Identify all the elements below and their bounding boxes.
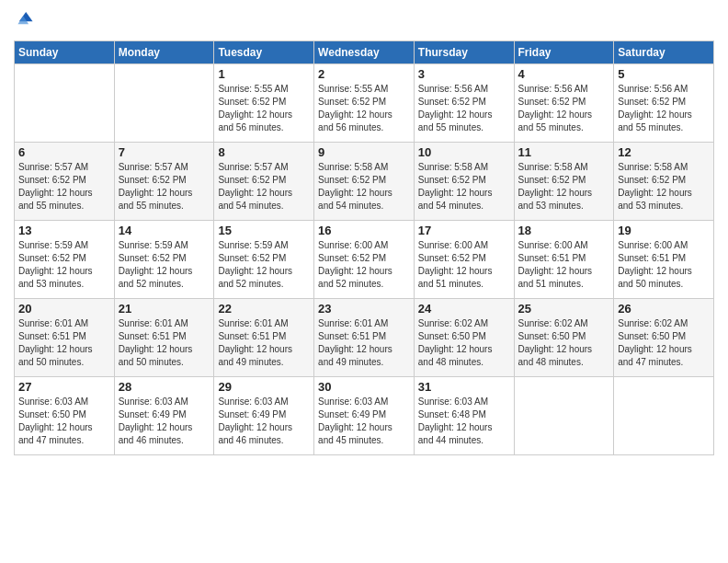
day-detail: Sunrise: 6:03 AM Sunset: 6:48 PM Dayligh…	[418, 396, 510, 447]
day-number: 18	[518, 224, 610, 237]
day-detail: Sunrise: 5:56 AM Sunset: 6:52 PM Dayligh…	[618, 83, 710, 134]
day-number: 30	[318, 380, 410, 394]
day-detail: Sunrise: 6:00 AM Sunset: 6:52 PM Dayligh…	[318, 239, 410, 291]
day-detail: Sunrise: 5:56 AM Sunset: 6:52 PM Dayligh…	[518, 83, 610, 134]
calendar-cell: 16Sunrise: 6:00 AM Sunset: 6:52 PM Dayli…	[314, 221, 415, 299]
calendar-cell: 29Sunrise: 6:03 AM Sunset: 6:49 PM Dayli…	[214, 377, 314, 455]
calendar-cell: 3Sunrise: 5:56 AM Sunset: 6:52 PM Daylig…	[414, 64, 514, 143]
calendar-cell: 9Sunrise: 5:58 AM Sunset: 6:52 PM Daylig…	[314, 143, 415, 221]
calendar-cell: 18Sunrise: 6:00 AM Sunset: 6:51 PM Dayli…	[514, 221, 614, 299]
day-number: 29	[218, 380, 310, 394]
day-number: 6	[18, 145, 110, 159]
day-detail: Sunrise: 6:02 AM Sunset: 6:50 PM Dayligh…	[518, 317, 610, 369]
day-number: 17	[418, 224, 510, 237]
day-detail: Sunrise: 6:01 AM Sunset: 6:51 PM Dayligh…	[318, 317, 410, 369]
day-number: 5	[618, 67, 710, 81]
calendar-cell: 1Sunrise: 5:55 AM Sunset: 6:52 PM Daylig…	[214, 64, 314, 143]
calendar-cell	[614, 377, 714, 455]
calendar-week-row: 6Sunrise: 5:57 AM Sunset: 6:52 PM Daylig…	[15, 143, 714, 221]
day-number: 3	[418, 67, 510, 81]
day-number: 2	[318, 67, 410, 81]
calendar-cell: 25Sunrise: 6:02 AM Sunset: 6:50 PM Dayli…	[514, 299, 614, 377]
calendar-week-row: 1Sunrise: 5:55 AM Sunset: 6:52 PM Daylig…	[15, 64, 714, 143]
day-detail: Sunrise: 5:55 AM Sunset: 6:52 PM Dayligh…	[318, 83, 410, 134]
day-number: 8	[218, 145, 310, 159]
calendar-cell: 15Sunrise: 5:59 AM Sunset: 6:52 PM Dayli…	[214, 221, 314, 299]
calendar-week-row: 20Sunrise: 6:01 AM Sunset: 6:51 PM Dayli…	[15, 299, 714, 377]
day-number: 21	[119, 302, 210, 316]
day-detail: Sunrise: 6:00 AM Sunset: 6:52 PM Dayligh…	[418, 239, 510, 291]
day-number: 16	[318, 224, 410, 237]
day-number: 19	[618, 224, 710, 237]
day-number: 31	[418, 380, 510, 394]
calendar-cell	[15, 64, 115, 143]
calendar-cell: 27Sunrise: 6:03 AM Sunset: 6:50 PM Dayli…	[15, 377, 115, 455]
calendar-cell	[514, 377, 614, 455]
calendar-cell: 28Sunrise: 6:03 AM Sunset: 6:49 PM Dayli…	[114, 377, 214, 455]
day-number: 24	[418, 302, 510, 316]
day-detail: Sunrise: 5:56 AM Sunset: 6:52 PM Dayligh…	[418, 83, 510, 134]
page-header	[14, 9, 714, 33]
day-detail: Sunrise: 5:59 AM Sunset: 6:52 PM Dayligh…	[119, 239, 210, 291]
calendar-cell: 7Sunrise: 5:57 AM Sunset: 6:52 PM Daylig…	[114, 143, 214, 221]
day-number: 20	[18, 302, 110, 316]
logo	[14, 9, 36, 33]
day-number: 22	[218, 302, 310, 316]
day-number: 28	[119, 380, 210, 394]
day-detail: Sunrise: 5:57 AM Sunset: 6:52 PM Dayligh…	[119, 161, 210, 213]
day-detail: Sunrise: 6:03 AM Sunset: 6:49 PM Dayligh…	[119, 396, 210, 447]
day-detail: Sunrise: 6:01 AM Sunset: 6:51 PM Dayligh…	[119, 317, 210, 369]
calendar-cell: 21Sunrise: 6:01 AM Sunset: 6:51 PM Dayli…	[114, 299, 214, 377]
day-number: 15	[218, 224, 310, 237]
calendar-cell: 17Sunrise: 6:00 AM Sunset: 6:52 PM Dayli…	[414, 221, 514, 299]
day-detail: Sunrise: 6:03 AM Sunset: 6:49 PM Dayligh…	[218, 396, 310, 447]
day-detail: Sunrise: 5:58 AM Sunset: 6:52 PM Dayligh…	[418, 161, 510, 213]
logo-icon	[14, 9, 34, 29]
calendar-cell: 2Sunrise: 5:55 AM Sunset: 6:52 PM Daylig…	[314, 64, 415, 143]
calendar-table: SundayMondayTuesdayWednesdayThursdayFrid…	[14, 40, 714, 455]
day-detail: Sunrise: 5:58 AM Sunset: 6:52 PM Dayligh…	[318, 161, 410, 213]
calendar-body: 1Sunrise: 5:55 AM Sunset: 6:52 PM Daylig…	[15, 64, 714, 455]
day-number: 14	[119, 224, 210, 237]
calendar-day-header: Monday	[114, 41, 214, 64]
day-detail: Sunrise: 5:55 AM Sunset: 6:52 PM Dayligh…	[218, 83, 310, 134]
calendar-cell: 31Sunrise: 6:03 AM Sunset: 6:48 PM Dayli…	[414, 377, 514, 455]
calendar-cell: 10Sunrise: 5:58 AM Sunset: 6:52 PM Dayli…	[414, 143, 514, 221]
calendar-header-row: SundayMondayTuesdayWednesdayThursdayFrid…	[15, 41, 714, 64]
day-number: 4	[518, 67, 610, 81]
day-number: 12	[618, 145, 710, 159]
calendar-cell: 22Sunrise: 6:01 AM Sunset: 6:51 PM Dayli…	[214, 299, 314, 377]
calendar-cell: 26Sunrise: 6:02 AM Sunset: 6:50 PM Dayli…	[614, 299, 714, 377]
day-number: 11	[518, 145, 610, 159]
calendar-cell: 23Sunrise: 6:01 AM Sunset: 6:51 PM Dayli…	[314, 299, 415, 377]
day-number: 9	[318, 145, 410, 159]
calendar-cell: 5Sunrise: 5:56 AM Sunset: 6:52 PM Daylig…	[614, 64, 714, 143]
calendar-cell	[114, 64, 214, 143]
day-number: 27	[18, 380, 110, 394]
day-detail: Sunrise: 5:57 AM Sunset: 6:52 PM Dayligh…	[218, 161, 310, 213]
day-detail: Sunrise: 6:01 AM Sunset: 6:51 PM Dayligh…	[218, 317, 310, 369]
calendar-day-header: Saturday	[614, 41, 714, 64]
calendar-cell: 11Sunrise: 5:58 AM Sunset: 6:52 PM Dayli…	[514, 143, 614, 221]
day-detail: Sunrise: 6:03 AM Sunset: 6:50 PM Dayligh…	[18, 396, 110, 447]
day-number: 1	[218, 67, 310, 81]
calendar-cell: 24Sunrise: 6:02 AM Sunset: 6:50 PM Dayli…	[414, 299, 514, 377]
day-number: 10	[418, 145, 510, 159]
calendar-day-header: Friday	[514, 41, 614, 64]
day-detail: Sunrise: 6:03 AM Sunset: 6:49 PM Dayligh…	[318, 396, 410, 447]
calendar-day-header: Sunday	[15, 41, 115, 64]
day-detail: Sunrise: 6:02 AM Sunset: 6:50 PM Dayligh…	[618, 317, 710, 369]
day-number: 13	[18, 224, 110, 237]
calendar-cell: 6Sunrise: 5:57 AM Sunset: 6:52 PM Daylig…	[15, 143, 115, 221]
day-detail: Sunrise: 5:59 AM Sunset: 6:52 PM Dayligh…	[18, 239, 110, 291]
calendar-cell: 19Sunrise: 6:00 AM Sunset: 6:51 PM Dayli…	[614, 221, 714, 299]
calendar-cell: 30Sunrise: 6:03 AM Sunset: 6:49 PM Dayli…	[314, 377, 415, 455]
calendar-day-header: Thursday	[414, 41, 514, 64]
calendar-cell: 4Sunrise: 5:56 AM Sunset: 6:52 PM Daylig…	[514, 64, 614, 143]
day-number: 7	[119, 145, 210, 159]
day-number: 23	[318, 302, 410, 316]
day-detail: Sunrise: 6:00 AM Sunset: 6:51 PM Dayligh…	[518, 239, 610, 291]
day-detail: Sunrise: 5:59 AM Sunset: 6:52 PM Dayligh…	[218, 239, 310, 291]
day-detail: Sunrise: 6:00 AM Sunset: 6:51 PM Dayligh…	[618, 239, 710, 291]
day-number: 26	[618, 302, 710, 316]
